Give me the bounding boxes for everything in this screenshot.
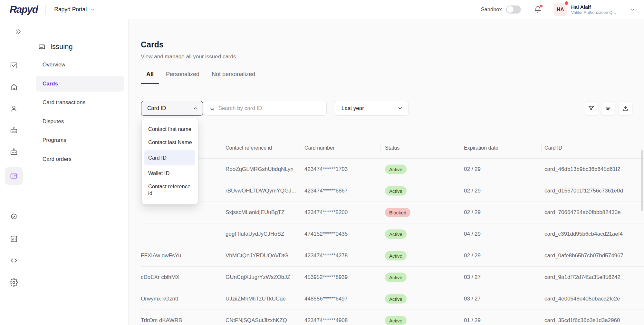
column-header-card-id[interactable]: Card ID bbox=[544, 145, 562, 151]
search-box bbox=[204, 101, 327, 116]
cell-card-number: 423474******1703 bbox=[304, 166, 348, 172]
cell-expiration: 02 / 29 bbox=[464, 166, 481, 172]
table-scrollbar-thumb[interactable] bbox=[641, 150, 643, 211]
issuing-card-icon bbox=[38, 43, 46, 51]
dropdown-option-card-id[interactable]: Card ID bbox=[144, 150, 195, 165]
avatar[interactable]: HA bbox=[554, 3, 567, 16]
sidebar-item-overview[interactable]: Overview bbox=[36, 57, 124, 73]
status-badge: Active bbox=[385, 186, 407, 196]
search-icon bbox=[209, 105, 215, 112]
rapyd-logo[interactable]: Rapyd bbox=[10, 4, 38, 15]
sidebar-item-cards[interactable]: Cards bbox=[36, 76, 124, 92]
cell-reference-id: RooZqGLMRGshUbdqNLyn bbox=[226, 166, 293, 172]
sort-button[interactable] bbox=[601, 101, 615, 115]
user-menu-chevron-icon[interactable] bbox=[630, 6, 636, 13]
status-badge: Active bbox=[385, 165, 407, 174]
sandbox-label: Sandbox bbox=[481, 6, 502, 13]
rail-item-issuing[interactable] bbox=[5, 167, 23, 185]
rail-item-compliance[interactable] bbox=[10, 213, 18, 221]
tab-personalized[interactable]: Personalized bbox=[160, 71, 205, 84]
code-icon bbox=[10, 256, 18, 265]
table-row[interactable]: SxjsscMLanidjEUuBgTZ 423474******5200 Bl… bbox=[141, 202, 644, 223]
download-button[interactable] bbox=[618, 101, 632, 115]
user-organization: Valitor Authorization Q... bbox=[571, 10, 616, 15]
status-badge: Active bbox=[385, 273, 407, 282]
filter-button[interactable] bbox=[584, 101, 598, 115]
issuing-sidebar: Issuing Overview Cards Card transactions… bbox=[31, 19, 129, 325]
status-badge: Active bbox=[385, 251, 407, 261]
rail-item-payins[interactable] bbox=[10, 126, 18, 134]
cell-expiration: 03 / 27 bbox=[464, 296, 481, 302]
rail-item-reports[interactable] bbox=[10, 235, 18, 243]
cell-card-number: 453952******8939 bbox=[304, 274, 348, 281]
notifications-button[interactable] bbox=[534, 5, 542, 14]
column-header-contact-reference-id[interactable]: Contact reference id bbox=[226, 145, 272, 151]
column-header-expiration-date[interactable]: Expiration date bbox=[464, 145, 498, 151]
dropdown-option-wallet-id[interactable]: Wallet ID bbox=[142, 167, 198, 180]
rail-item-home[interactable] bbox=[10, 83, 18, 91]
portal-switcher[interactable]: Rapyd Portal bbox=[54, 6, 95, 13]
cell-reference-id: UJziiZMhMtiTzUTkUCqe bbox=[226, 296, 286, 302]
top-header: Rapyd Rapyd Portal Sandbox HA Hai Alalf … bbox=[0, 0, 644, 19]
home-icon bbox=[10, 83, 18, 91]
rail-item-contacts[interactable] bbox=[10, 104, 18, 113]
sidebar-item-programs[interactable]: Programs bbox=[36, 133, 124, 148]
table-row[interactable]: cDoEXr cblhMX GUnCqjXJugrYzWsZObJZ 45395… bbox=[141, 267, 644, 288]
cell-expiration: 04 / 29 bbox=[464, 231, 481, 237]
status-badge: Active bbox=[385, 316, 407, 325]
rail-item-settings[interactable] bbox=[10, 278, 18, 287]
search-field-select[interactable]: Card ID bbox=[141, 101, 203, 116]
cell-expiration: 01 / 29 bbox=[464, 317, 481, 324]
rail-item-tasks[interactable] bbox=[10, 61, 18, 70]
rail-item-developers[interactable] bbox=[10, 256, 18, 265]
cell-card-id: card_9a1df72d745a35eff56242 bbox=[544, 274, 620, 281]
table-row[interactable]: RooZqGLMRGshUbdqNLyn 423474******1703 Ac… bbox=[141, 159, 644, 180]
sidebar-item-card-transactions[interactable]: Card transactions bbox=[36, 95, 124, 110]
date-range-value: Last year bbox=[341, 105, 397, 112]
header-separator bbox=[541, 144, 542, 152]
tab-all[interactable]: All bbox=[141, 71, 159, 84]
search-input[interactable] bbox=[218, 105, 322, 112]
cell-contact-name: cDoEXr cblhMX bbox=[141, 274, 179, 281]
cell-card-id: card_c391dd95b6cb4acd21aef4 bbox=[544, 231, 623, 237]
dropdown-option-contact-first-name[interactable]: Contact first name bbox=[142, 123, 198, 136]
cell-expiration: 02 / 29 bbox=[464, 252, 481, 259]
date-range-select[interactable]: Last year bbox=[334, 101, 409, 116]
dropdown-option-contact-last-name[interactable]: Contact last Name bbox=[142, 136, 198, 149]
cell-contact-name: FFXIAw qwFsYu bbox=[141, 252, 181, 259]
shield-check-icon bbox=[10, 213, 18, 221]
column-header-status[interactable]: Status bbox=[385, 145, 399, 151]
sidebar-item-card-orders[interactable]: Card orders bbox=[36, 152, 124, 167]
cell-reference-id: VbMCtQeJYRDUQoVDtG... bbox=[226, 252, 293, 259]
header-separator bbox=[461, 144, 461, 152]
table-row[interactable]: TrlrOm dKAWRB CNtFNjSQASutJlzxhKZQ 42347… bbox=[141, 310, 644, 325]
notification-badge bbox=[540, 5, 543, 7]
tab-not-personalized[interactable]: Not personalized bbox=[206, 71, 261, 84]
sandbox-toggle[interactable] bbox=[506, 5, 521, 14]
main-content: Cards View and manage all your issued ca… bbox=[129, 19, 644, 325]
card-icon bbox=[10, 172, 18, 180]
payin-icon bbox=[10, 126, 18, 134]
download-icon bbox=[622, 105, 629, 112]
sort-icon bbox=[605, 105, 612, 112]
cell-expiration: 02 / 29 bbox=[464, 209, 481, 216]
rail-expand-button[interactable] bbox=[14, 28, 22, 35]
dropdown-option-contact-reference-id[interactable]: Contact reference id bbox=[142, 180, 198, 200]
bar-chart-icon bbox=[10, 235, 18, 243]
table-row[interactable]: FFXIAw qwFsYu VbMCtQeJYRDUQoVDtG... 4234… bbox=[141, 245, 644, 267]
user-menu[interactable]: Hai Alalf Valitor Authorization Q... bbox=[571, 4, 616, 15]
table-row[interactable]: Orwymx kGzntl UJziiZMhMtiTzUTkUCqe 44855… bbox=[141, 288, 644, 310]
cell-card-id: card_35cd1f6c36b3e1d3a2960 bbox=[544, 317, 620, 324]
header-separator bbox=[221, 144, 221, 152]
cell-card-number: 474152******0435 bbox=[304, 231, 348, 237]
tabs-underline bbox=[141, 84, 633, 84]
task-check-icon bbox=[10, 61, 18, 70]
table-row[interactable]: rBUvwOHLTDWQymYQGJ... 423474******6867 A… bbox=[141, 180, 644, 202]
sidebar-item-disputes[interactable]: Disputes bbox=[36, 114, 124, 129]
column-header-card-number[interactable]: Card number bbox=[304, 145, 334, 151]
rail-item-payouts[interactable] bbox=[10, 148, 18, 156]
table-row[interactable]: gqgFIlufaUydJyCJHoSZ 474152******0435 Ac… bbox=[141, 223, 644, 245]
header-right-cluster: Sandbox HA Hai Alalf Valitor Authorizati… bbox=[481, 3, 636, 16]
icon-rail bbox=[0, 19, 31, 325]
cards-tabs: All Personalized Not personalized bbox=[141, 71, 262, 84]
